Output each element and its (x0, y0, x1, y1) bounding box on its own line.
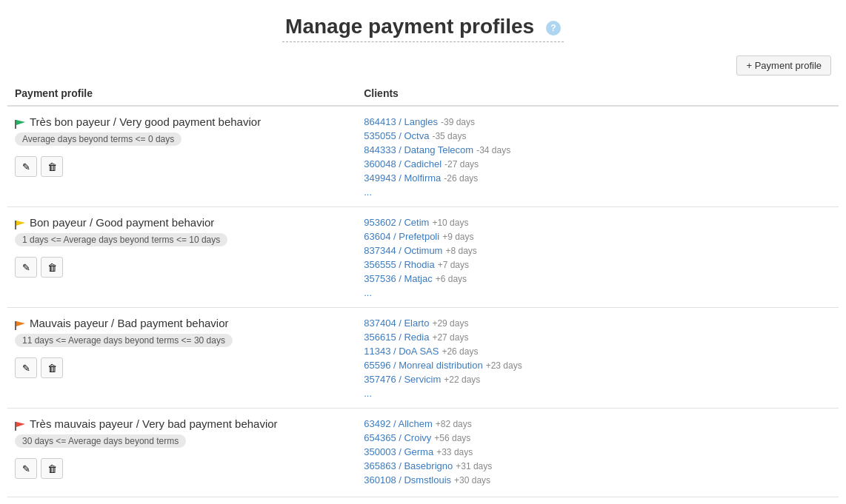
client-row: 837344 / Octimum+8 days (364, 244, 831, 256)
help-icon[interactable]: ? (546, 21, 561, 36)
client-link[interactable]: 65596 / Monreal distribution (364, 360, 482, 371)
column-payment-profile: Payment profile (7, 81, 356, 106)
edit-button[interactable]: ✎ (15, 156, 37, 177)
client-link[interactable]: 864413 / Langles (364, 116, 438, 127)
client-row: 844333 / Datang Telecom-34 days (364, 144, 831, 155)
profile-badge: Average days beyond terms <= 0 days (15, 132, 349, 152)
title-underline (282, 41, 564, 42)
client-link[interactable]: 356615 / Redia (364, 332, 429, 343)
client-row: 65596 / Monreal distribution+23 days (364, 359, 831, 371)
client-link[interactable]: 535055 / Octva (364, 130, 429, 141)
edit-button[interactable]: ✎ (15, 458, 37, 479)
profile-cell: Très mauvais payeur / Very bad payment b… (7, 409, 356, 497)
client-row: 360048 / Cadichel-27 days (364, 158, 831, 169)
client-row: 837404 / Elarto+29 days (364, 317, 831, 329)
client-days: -34 days (476, 145, 510, 155)
svg-rect-6 (15, 422, 16, 431)
client-link[interactable]: 654365 / Croivy (364, 432, 431, 443)
flag-icon (15, 320, 25, 329)
action-buttons: ✎🗑 (15, 357, 349, 378)
delete-button[interactable]: 🗑 (41, 458, 63, 479)
client-link[interactable]: 350003 / Germa (364, 446, 433, 457)
profile-name: Mauvais payeur / Bad payment behavior (15, 317, 349, 329)
table-row: Bon payeur / Good payment behavior1 days… (7, 207, 839, 308)
client-days: -35 days (432, 131, 466, 141)
client-days: +8 days (445, 246, 476, 256)
client-row: 356615 / Redia+27 days (364, 331, 831, 343)
client-link[interactable]: 357476 / Servicim (364, 374, 441, 385)
client-link[interactable]: 349943 / Molfirma (364, 172, 441, 184)
svg-rect-0 (15, 120, 16, 129)
edit-button[interactable]: ✎ (15, 357, 37, 378)
toolbar: + Payment profile (0, 50, 846, 81)
client-link[interactable]: 360108 / Dsmstlouis (364, 474, 451, 485)
client-days: -27 days (444, 159, 479, 169)
action-buttons: ✎🗑 (15, 156, 349, 177)
profile-name: Très bon payeur / Very good payment beha… (15, 115, 349, 128)
client-link[interactable]: 63492 / Allchem (364, 418, 433, 429)
client-days: +26 days (442, 346, 478, 357)
svg-marker-3 (16, 221, 25, 226)
client-row: 350003 / Germa+33 days (364, 446, 831, 457)
edit-button[interactable]: ✎ (15, 257, 37, 278)
client-row: 11343 / DoA SAS+26 days (364, 345, 831, 357)
flag-icon (15, 118, 25, 127)
profile-name: Bon payeur / Good payment behavior (15, 216, 349, 229)
flag-icon (15, 420, 25, 429)
client-days: -39 days (441, 117, 475, 127)
page-title: Manage payment profiles ? (0, 15, 846, 38)
client-row: 357536 / Matjac+6 days (364, 272, 831, 284)
client-link[interactable]: 357536 / Matjac (364, 273, 433, 284)
page-header: Manage payment profiles ? (0, 0, 846, 50)
svg-marker-5 (16, 321, 25, 326)
profile-badge: 11 days <= Average days beyond terms <= … (15, 334, 349, 353)
client-link[interactable]: 360048 / Cadichel (364, 158, 442, 169)
table-container: Payment profile Clients Très bon payeur … (0, 81, 846, 497)
client-days: +23 days (486, 360, 522, 371)
client-row: 357476 / Servicim+22 days (364, 373, 831, 385)
action-buttons: ✎🗑 (15, 458, 349, 479)
svg-rect-4 (15, 321, 16, 330)
flag-icon (15, 219, 25, 228)
delete-button[interactable]: 🗑 (41, 257, 63, 278)
client-row: 349943 / Molfirma-26 days (364, 172, 831, 184)
client-row: 360108 / Dsmstlouis+30 days (364, 474, 831, 485)
client-row: 535055 / Octva-35 days (364, 130, 831, 141)
client-days: +29 days (432, 318, 468, 329)
client-row: 365863 / Basebrigno+31 days (364, 460, 831, 471)
client-link[interactable]: 837344 / Octimum (364, 245, 442, 256)
more-link[interactable]: ... (364, 186, 831, 198)
client-row: 356555 / Rhodia+7 days (364, 258, 831, 270)
table-body: Très bon payeur / Very good payment beha… (7, 106, 839, 497)
svg-marker-7 (16, 422, 25, 427)
svg-rect-2 (15, 221, 16, 229)
more-link[interactable]: ... (364, 286, 831, 298)
add-payment-profile-button[interactable]: + Payment profile (736, 56, 831, 75)
client-days: +6 days (436, 274, 467, 284)
client-row: 63492 / Allchem+82 days (364, 417, 831, 429)
client-link[interactable]: 356555 / Rhodia (364, 259, 434, 270)
client-row: 63604 / Prefetpoli+9 days (364, 230, 831, 242)
client-days: +9 days (442, 232, 473, 242)
client-days: +7 days (438, 260, 469, 270)
client-link[interactable]: 837404 / Elarto (364, 317, 429, 329)
client-row: 654365 / Croivy+56 days (364, 431, 831, 443)
client-link[interactable]: 365863 / Basebrigno (364, 460, 453, 471)
client-days: +56 days (434, 433, 470, 443)
client-days: +31 days (456, 461, 492, 471)
client-link[interactable]: 844333 / Datang Telecom (364, 144, 473, 155)
profile-badge: 30 days <= Average days beyond terms (15, 434, 349, 454)
payment-profiles-table: Payment profile Clients Très bon payeur … (7, 81, 839, 497)
client-days: +10 days (432, 218, 468, 228)
table-row: Très bon payeur / Very good payment beha… (7, 106, 839, 207)
client-link[interactable]: 63604 / Prefetpoli (364, 231, 439, 242)
more-link[interactable]: ... (364, 387, 831, 399)
clients-cell: 953602 / Cetim+10 days63604 / Prefetpoli… (356, 207, 839, 308)
profile-badge: 1 days <= Average days beyond terms <= 1… (15, 233, 349, 252)
client-link[interactable]: 11343 / DoA SAS (364, 346, 439, 357)
delete-button[interactable]: 🗑 (41, 357, 63, 378)
client-days: -26 days (444, 173, 478, 184)
client-row: 953602 / Cetim+10 days (364, 216, 831, 228)
delete-button[interactable]: 🗑 (41, 156, 63, 177)
client-link[interactable]: 953602 / Cetim (364, 217, 429, 228)
